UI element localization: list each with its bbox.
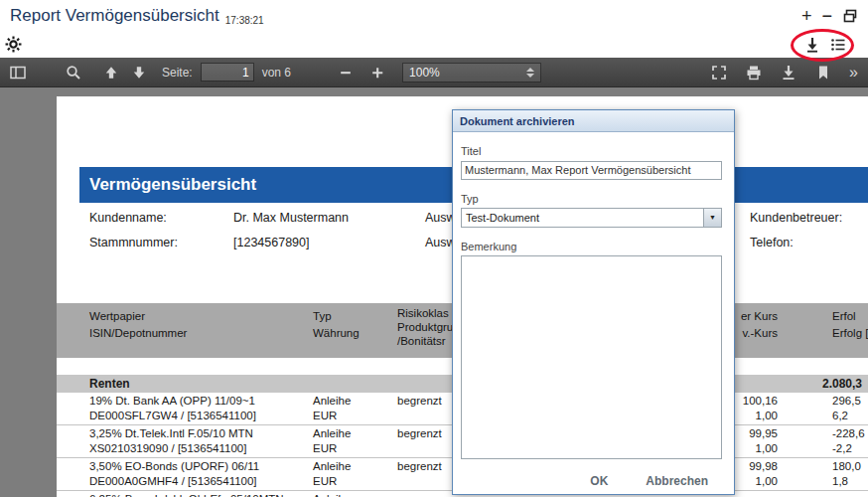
next-page-button[interactable] (130, 64, 148, 82)
titlebar: Report Vermögensübersicht 17:38:21 + − (0, 0, 868, 32)
toolbar-overflow-button[interactable]: » (849, 65, 858, 81)
security-einstandskurs: 1,00 (756, 475, 778, 487)
header-isin: ISIN/Depotnummer (89, 327, 187, 339)
chevron-down-icon: ▼ (709, 214, 716, 221)
dialog-archive-document: Dokument archivieren Titel Typ Test-Doku… (452, 109, 735, 495)
bemerkung-textarea[interactable] (461, 255, 722, 459)
security-currency: EUR (313, 475, 337, 487)
header-waehrung: Währung (313, 327, 360, 339)
security-name: 3,50% EO-Bonds (UPORF) 06/11 (89, 460, 259, 472)
header-erfolg: Erfol (832, 310, 856, 322)
header-wertpapier: Wertpapier (89, 310, 145, 322)
dialog-title: Dokument archivieren (460, 115, 575, 127)
typ-select-value: Test-Dokument (462, 212, 703, 224)
security-erfolg-prozent: -2,2 (832, 442, 852, 454)
security-name: 19% Dt. Bank AA (OPP) 11/09~1 (89, 395, 255, 407)
bookmark-icon (815, 65, 831, 81)
header-produktgruppe: Produktgru (397, 321, 453, 333)
stammnummer-label: Stammnummer: (89, 236, 178, 249)
security-erfolg: 296,5 (832, 395, 861, 407)
security-erfolg-prozent: 6,2 (832, 410, 848, 421)
header-typ: Typ (313, 310, 332, 322)
page-count: von 6 (262, 66, 291, 80)
minus-icon (339, 66, 353, 80)
timestamp: 17:38:21 (225, 15, 264, 26)
security-erfolg: 180,0 (832, 460, 861, 472)
find-button[interactable] (65, 64, 82, 82)
download-arrow-icon (804, 37, 820, 53)
sidebar-icon (10, 65, 26, 81)
bemerkung-label: Bemerkung (461, 241, 722, 252)
titlebar-minus-button[interactable]: − (821, 7, 832, 25)
security-currency: EUR (313, 442, 337, 454)
typ-label: Typ (461, 193, 722, 205)
security-einstandskurs: 1,00 (756, 442, 778, 454)
header-einstandskurs: v.-Kurs (742, 327, 778, 339)
download-icon (781, 65, 796, 81)
security-typ: Anleihe (313, 460, 351, 472)
security-typ: Anleihe (313, 427, 351, 439)
security-typ: Anleih (313, 493, 345, 497)
archive-download-button[interactable] (804, 37, 822, 55)
toggle-sidebar-button[interactable] (9, 64, 27, 82)
header-erfolg-prozent: Erfolg [% (832, 327, 868, 339)
security-einstandskurs: 1,00 (756, 410, 778, 421)
security-erfolg: -228,6 (832, 427, 865, 439)
arrow-down-icon (132, 66, 146, 80)
page-title: Report Vermögensübersicht (10, 6, 219, 26)
typ-select[interactable]: Test-Dokument ▼ (461, 208, 722, 228)
kundenname-label: Kundenname: (89, 211, 167, 225)
printer-icon (746, 65, 762, 81)
list-icon (830, 37, 846, 53)
page-label: Seite: (162, 66, 193, 80)
typ-select-arrow[interactable]: ▼ (703, 209, 721, 227)
titlebar-window-button[interactable] (842, 8, 858, 24)
security-risk: begrenzt (397, 395, 442, 407)
print-button[interactable] (745, 64, 763, 82)
fullscreen-icon (711, 65, 727, 81)
security-risk: begrenzt (397, 460, 442, 472)
security-kurs: 99,95 (749, 427, 778, 439)
kundenname-value: Dr. Max Mustermann (233, 211, 349, 225)
security-name: 6,25% BayerLdsbk Gld-Efe 05/10MTN (89, 493, 284, 497)
dialog-buttons: OK Abbrechen (461, 474, 722, 488)
zoom-in-button[interactable] (368, 64, 386, 82)
header-bonitaet: /Bonitätsr (397, 335, 446, 347)
list-view-button[interactable] (830, 37, 848, 55)
security-erfolg-prozent: 1,8 (832, 475, 848, 487)
titel-input[interactable] (461, 161, 722, 180)
window-restore-icon (842, 8, 858, 24)
cancel-button[interactable]: Abbrechen (646, 474, 708, 488)
kundenname-extra: Ausw (425, 211, 456, 225)
zoom-out-button[interactable] (337, 64, 355, 82)
bookmark-button[interactable] (814, 64, 832, 82)
dialog-titlebar[interactable]: Dokument archivieren (453, 110, 734, 132)
presentation-mode-button[interactable] (710, 64, 728, 82)
toolbar-right-group: » (710, 64, 858, 82)
page-number-input[interactable] (201, 63, 254, 82)
kundenbetreuer-label: Kundenbetreuer: (750, 211, 842, 225)
download-button[interactable] (780, 64, 797, 82)
security-isin: DE000SFL7GW4 / [5136541100] (89, 410, 256, 421)
app-window: Report Vermögensübersicht 17:38:21 + − (0, 0, 868, 497)
titel-label: Titel (461, 145, 722, 157)
section-label: Renten (89, 377, 130, 391)
titlebar-controls: + − (801, 7, 858, 25)
select-arrows-icon (526, 68, 534, 78)
previous-page-button[interactable] (102, 64, 120, 82)
security-kurs: 100,16 (743, 395, 778, 407)
pdf-viewer[interactable]: Vermögensübersicht Kundenname: Dr. Max M… (0, 87, 868, 497)
arrow-up-icon (104, 66, 118, 80)
search-icon (66, 65, 81, 81)
security-kurs: 99,98 (749, 460, 778, 472)
ok-button[interactable]: OK (590, 474, 608, 488)
zoom-select[interactable]: 100% (402, 63, 541, 83)
zoom-value: 100% (409, 66, 440, 80)
security-name: 3,25% Dt.Telek.Intl F.05/10 MTN (89, 427, 253, 439)
doc-title: Vermögensübersicht (89, 175, 256, 194)
titlebar-plus-button[interactable]: + (801, 7, 812, 25)
settings-button[interactable] (5, 36, 23, 54)
gear-icon (5, 36, 22, 53)
pdf-toolbar: Seite: von 6 100% (0, 58, 868, 87)
plus-icon (370, 66, 384, 80)
